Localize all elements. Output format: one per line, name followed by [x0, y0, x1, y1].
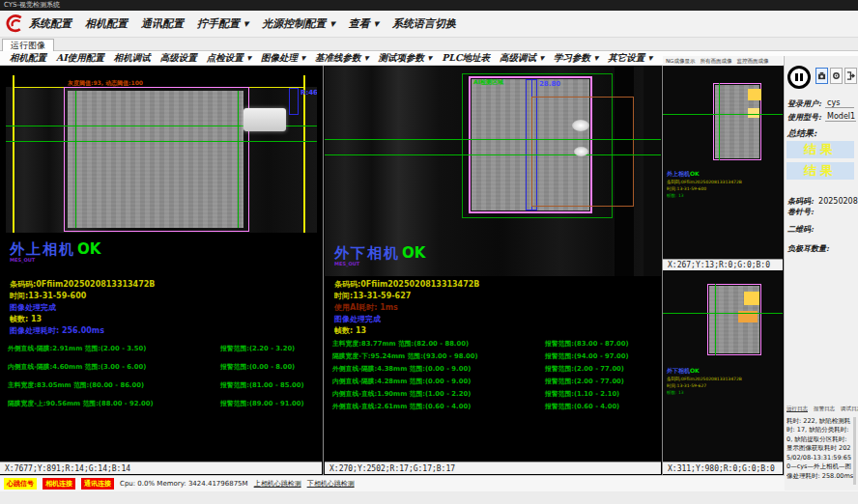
defect-mark — [748, 108, 759, 118]
yellow-guide-line — [303, 75, 305, 233]
tab-run-image[interactable]: 运行图像 — [2, 39, 54, 51]
toolbar-item-learning-params[interactable]: 学习参数 ▾ — [554, 52, 598, 65]
measurement-value: 隔膜宽度-上:90.56mm 范围:(88.00 - 92.00) — [8, 399, 154, 408]
snapshot-button[interactable] — [815, 68, 828, 84]
toolbar-item-camera-config[interactable]: 相机配置 — [10, 52, 46, 65]
alarm-range: 报警范围:(2.00 - 77.00) — [545, 364, 624, 374]
barcode-text: 条码码:0Ffiim2025020813313472B — [334, 279, 479, 290]
menu-item-camera-config[interactable]: 相机配置 — [85, 16, 128, 31]
measurement-value: 主料宽度:83.05mm 范围:(80.00 - 86.00) — [8, 380, 144, 390]
defect-mark — [744, 292, 759, 305]
measurement-value: 内侧直线-隔膜:4.28mm 范围:(0.00 - 9.00) — [332, 377, 471, 386]
frame-count-text: 帧数: 13 — [10, 314, 42, 324]
mes-subtitle: MES_OUT — [334, 261, 359, 266]
process-status-text: 图像处理完成 — [334, 314, 381, 324]
connector-tab — [243, 108, 286, 131]
app-logo-icon — [5, 14, 25, 34]
camera-name: 外下相机 — [334, 244, 400, 262]
alarm-range: 报警范围:(89.00 - 91.00) — [220, 399, 304, 408]
result-ok: OK — [75, 240, 100, 258]
mini-barcode: 条码码:0Ffiim2025020813313472B — [667, 377, 742, 381]
blue-measure-label: R:46 — [300, 89, 317, 97]
tab-ng-display[interactable]: NG成像显示 — [666, 58, 695, 65]
toolbar-item-plc-address-table[interactable]: PLC地址表 — [442, 52, 490, 65]
toolbar-item-advanced-settings[interactable]: 高级设置 — [160, 52, 197, 65]
exit-button[interactable] — [844, 68, 857, 84]
control-sidebar: 登录用户: cys 使用型号: Model1 总结果: 结果 结果 条码码: 2… — [785, 56, 858, 490]
menu-item-screwdriver-config[interactable]: 拧手配置 ▾ — [197, 16, 248, 31]
toolbar-item-camera-debug[interactable]: 相机调试 — [114, 52, 151, 65]
alarm-range: 报警范围:(2.20 - 3.20) — [220, 344, 295, 353]
measure-line — [719, 83, 720, 160]
menu-item-comm-config[interactable]: 通讯配置 — [141, 16, 184, 31]
menu-item-language-switch[interactable]: 系统语言切换 — [392, 16, 456, 31]
toolbar-item-advanced-debug[interactable]: 高级调试 ▾ — [500, 52, 544, 65]
app-window: CYS-视觉检测系统 系统配置 相机配置 通讯配置 拧手配置 ▾ 光源控制配置 … — [0, 0, 858, 504]
camera-view-lower: AI检测区域 28.80 外下相机OK MES_OUT 条码码:0Ffiim20… — [325, 66, 661, 475]
upper-camera-heartbeat-link[interactable]: 上相机心跳检测 — [254, 479, 301, 489]
toolbar-item-image-processing[interactable]: 图像处理 ▾ — [261, 52, 305, 65]
model-label: 使用型号: — [787, 112, 821, 123]
alarm-range: 报警范围:(0.60 - 4.00) — [545, 402, 619, 411]
yellow-guide-line — [13, 75, 14, 233]
log-tab-debug[interactable]: 调试日志 — [841, 406, 858, 412]
log-tab-alarm[interactable]: 报警日志 — [814, 406, 835, 412]
pause-button[interactable] — [787, 66, 811, 89]
toolbar-item-other-settings[interactable]: 其它设置 ▾ — [608, 52, 652, 65]
tab-all-views[interactable]: 所有画面成像 — [700, 58, 731, 65]
measure-line — [6, 141, 317, 142]
measure-line — [75, 91, 76, 228]
menu-item-view[interactable]: 查看 ▾ — [349, 16, 379, 31]
thumb-view-tabs: NG成像显示 所有画面成像 监控画面成像 — [663, 56, 783, 66]
pause-icon — [795, 73, 798, 81]
highlight-blob — [572, 120, 589, 131]
thumbnail-lower[interactable]: 外下相机OK 条码码:0Ffiim2025020813313472B 时间:13… — [663, 270, 783, 462]
menu-item-light-control-config[interactable]: 光源控制配置 ▾ — [262, 16, 334, 31]
mini-frames: 帧数: 13 — [667, 390, 684, 395]
bottom-filler — [0, 491, 858, 504]
camera-name: 外上相机 — [10, 240, 75, 258]
result-ok: OK — [400, 244, 425, 262]
neg-tab-count-label: 负极耳数量: — [787, 243, 829, 254]
cpu-memory-text: Cpu: 0.0% Memory: 3424.41796875M — [120, 480, 248, 488]
menu-bar: 系统配置 相机配置 通讯配置 拧手配置 ▾ 光源控制配置 ▾ 查看 ▾ 系统语言… — [0, 11, 858, 38]
camera-image-upper[interactable]: R:46 灰度阈值:93, 动态阈值:100 — [6, 75, 317, 233]
measurement-value: 内侧直线-直线:1.90mm 范围:(1.00 - 2.20) — [332, 389, 471, 399]
log-tab-strip: 运行日志 报警日志 调试日志 — [786, 406, 858, 412]
highlight-blob — [574, 147, 588, 156]
alarm-range: 报警范围:(81.00 - 85.00) — [220, 380, 304, 390]
barcode-value: 20250208 — [818, 197, 858, 206]
mes-subtitle: MES_OUT — [10, 257, 35, 263]
toolbar-item-test-params[interactable]: 测试项参数 ▾ — [379, 52, 433, 65]
alarm-range: 报警范围:(94.00 - 97.00) — [545, 351, 629, 361]
blue-measure-box — [289, 88, 299, 115]
image-shadow — [6, 75, 317, 87]
toolbar-item-baseline-params[interactable]: 基准线参数 ▾ — [315, 52, 369, 65]
measure-line — [325, 154, 661, 155]
settings-button[interactable] — [830, 68, 843, 84]
camera-view-upper: R:46 灰度阈值:93, 动态阈值:100 外上相机OK MES_OUT 条码… — [0, 66, 322, 475]
measurement-value: 隔膜宽度-下:95.24mm 范围:(93.00 - 98.00) — [332, 351, 478, 361]
lower-camera-heartbeat-link[interactable]: 下相机心跳检测 — [307, 479, 355, 489]
measure-line — [663, 313, 783, 314]
toolbar-item-spot-check[interactable]: 点检设置 ▾ — [207, 52, 251, 65]
camera-icon — [817, 71, 826, 80]
login-user-value: cys — [825, 98, 854, 108]
tab-monitor-views[interactable]: 监控画面成像 — [736, 58, 768, 65]
window-title: CYS-视觉检测系统 — [4, 1, 60, 9]
time-text: 时间:13-31-59-600 — [10, 291, 86, 301]
camera-link-badge: 相机连接 — [43, 478, 75, 490]
menu-item-system-config[interactable]: 系统配置 — [29, 16, 72, 31]
reel-pin-label: 卷针号: — [787, 207, 814, 217]
pixel-coordinate-bar: X:270;Y:2502;R:17;G:17;B:17 — [325, 462, 661, 474]
alarm-range: 报警范围:(1.10 - 2.10) — [545, 389, 619, 399]
measure-line — [325, 139, 661, 140]
mini-time: 时间:13-31-59-627 — [667, 383, 706, 388]
log-output: 耗时: 222, 缺陷检测耗时: 17, 缺陷分类耗时: 0, 缺陷提取分区耗时… — [786, 417, 854, 489]
log-scrollbar[interactable] — [853, 417, 856, 485]
pixel-coordinate-bar: X:7677;Y:891;R:14;G:14;B:14 — [0, 462, 322, 474]
qr-code-label: 二维码: — [787, 224, 814, 235]
log-tab-run[interactable]: 运行日志 — [786, 406, 808, 412]
thumbnail-upper[interactable]: 外上相机OK 条码码:0Ffiim2025020813313472B 时间:13… — [663, 66, 783, 259]
toolbar-item-ai-usage-config[interactable]: AI使用配置 — [56, 52, 104, 65]
